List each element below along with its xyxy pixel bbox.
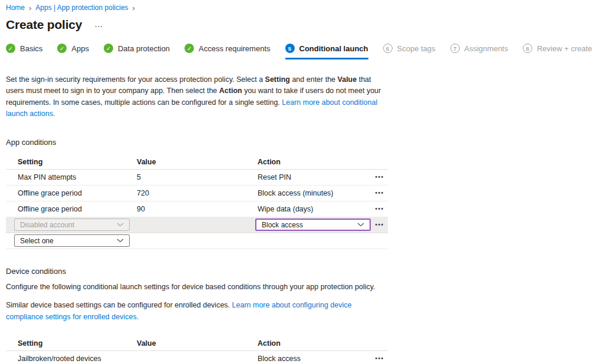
table-row: Jailbroken/rooted devices Block access •… <box>6 351 388 364</box>
device-conditions-table: Setting Value Action Jailbroken/rooted d… <box>6 336 388 364</box>
check-circle-icon: ✓ <box>104 44 113 53</box>
chevron-right-icon: › <box>29 4 31 12</box>
table-new-row: Select one <box>6 233 388 249</box>
table-header-row: Setting Value Action <box>6 336 388 351</box>
row-context-menu-icon[interactable]: ••• <box>371 356 388 362</box>
step-number-icon: 6 <box>383 44 393 53</box>
chevron-down-icon <box>357 223 364 227</box>
check-circle-icon: ✓ <box>57 44 67 53</box>
table-edit-row: Disabled account Block access ••• <box>6 217 388 233</box>
breadcrumb-home-link[interactable]: Home <box>6 4 25 12</box>
breadcrumb: Home › Apps | App protection policies › <box>6 4 603 12</box>
device-conditions-heading: Device conditions <box>6 267 603 276</box>
column-header-setting: Setting <box>6 339 137 348</box>
chevron-down-icon <box>117 239 124 243</box>
column-header-action: Action <box>258 339 371 348</box>
setting-select-dropdown[interactable]: Select one <box>14 234 130 247</box>
intro-text: Set the sign-in security requirements fo… <box>6 74 389 120</box>
tab-access-requirements[interactable]: ✓ Access requirements <box>184 44 270 59</box>
device-conditions-description: Configure the following conditional laun… <box>6 282 389 293</box>
table-header-row: Setting Value Action <box>6 155 388 170</box>
step-number-icon: 5 <box>285 44 295 53</box>
step-number-icon: 8 <box>523 44 532 53</box>
tab-basics[interactable]: ✓ Basics <box>6 44 42 59</box>
tab-scope-tags[interactable]: 6 Scope tags <box>383 44 436 59</box>
page-title: Create policy <box>6 18 82 32</box>
setting-dropdown: Disabled account <box>14 219 130 231</box>
tab-apps[interactable]: ✓ Apps <box>57 44 89 59</box>
row-context-menu-icon[interactable]: ••• <box>371 174 388 180</box>
breadcrumb-app-policies-link[interactable]: Apps | App protection policies <box>35 4 128 12</box>
tab-review-create[interactable]: 8 Review + create <box>523 44 592 59</box>
chevron-right-icon: › <box>133 4 135 12</box>
chevron-down-icon <box>117 223 124 227</box>
check-circle-icon: ✓ <box>184 44 194 53</box>
table-row: Offline grace period 90 Wipe data (days)… <box>6 201 388 217</box>
step-number-icon: 7 <box>450 44 460 53</box>
create-policy-page: Home › Apps | App protection policies › … <box>0 0 603 364</box>
app-conditions-table: Setting Value Action Max PIN attempts 5 … <box>6 155 388 249</box>
column-header-action: Action <box>258 158 371 166</box>
column-header-value: Value <box>137 339 258 348</box>
column-header-value: Value <box>137 158 258 166</box>
row-context-menu-icon[interactable]: ••• <box>371 222 388 228</box>
tab-data-protection[interactable]: ✓ Data protection <box>104 44 170 59</box>
wizard-steps: ✓ Basics ✓ Apps ✓ Data protection ✓ Acce… <box>6 44 603 59</box>
row-context-menu-icon[interactable]: ••• <box>371 190 388 196</box>
column-header-setting: Setting <box>6 158 137 166</box>
device-conditions-note: Similar device based settings can be con… <box>6 300 388 323</box>
table-row: Offline grace period 720 Block access (m… <box>6 186 388 201</box>
app-conditions-heading: App conditions <box>6 138 603 147</box>
check-circle-icon: ✓ <box>6 44 15 53</box>
row-context-menu-icon[interactable]: ••• <box>371 206 388 212</box>
tab-conditional-launch[interactable]: 5 Conditional launch <box>285 44 368 59</box>
tab-assignments[interactable]: 7 Assignments <box>450 44 508 59</box>
title-context-menu-icon[interactable]: ··· <box>95 19 103 30</box>
table-row: Max PIN attempts 5 Reset PIN ••• <box>6 170 388 186</box>
action-dropdown[interactable]: Block access <box>255 219 371 231</box>
